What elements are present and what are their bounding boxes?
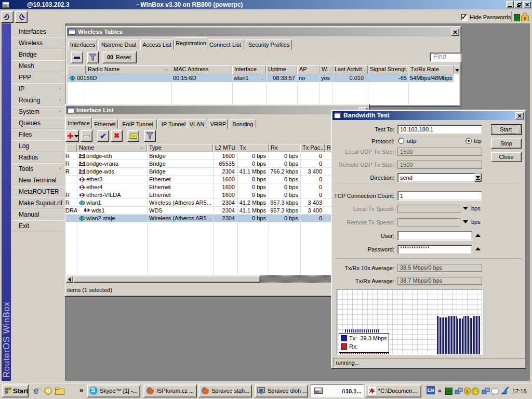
svg-text:!: ! bbox=[467, 389, 468, 394]
svg-text:e: e bbox=[34, 385, 39, 396]
